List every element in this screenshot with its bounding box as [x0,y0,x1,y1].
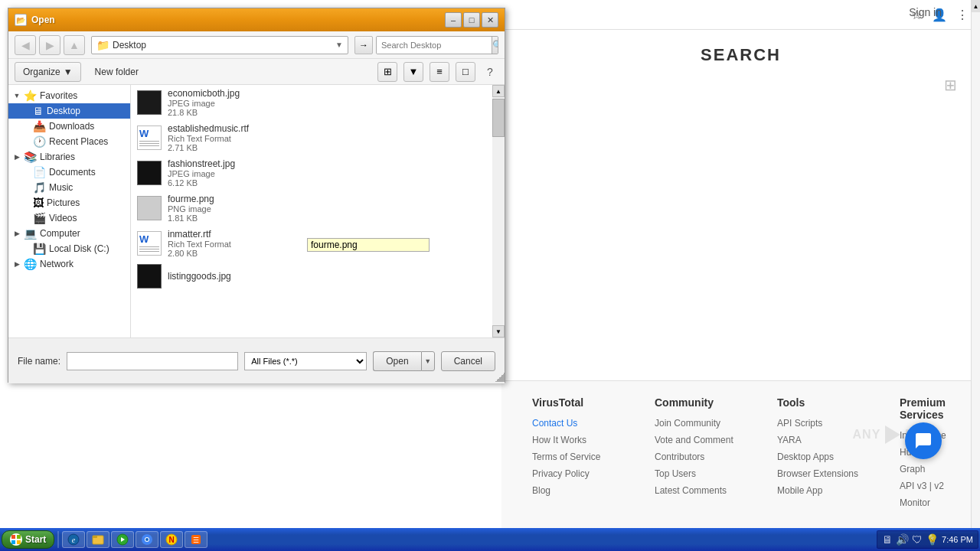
search-input[interactable] [377,37,492,54]
footer-link-mobile-app[interactable]: Mobile App [777,484,869,497]
location-bar[interactable]: 📁 Desktop ▼ [91,36,348,54]
footer-link-how-it-works[interactable]: How It Works [532,433,624,447]
file-type-1: JPEG image [168,99,498,108]
help-button[interactable]: ? [482,64,498,80]
taskbar-media-button[interactable] [111,531,134,548]
nav-item-desktop[interactable]: 🖥 Desktop [8,103,130,119]
details-view-button[interactable]: ≡ [430,62,449,82]
taskbar-extra-button[interactable]: ☰ [185,531,207,548]
cancel-button[interactable]: Cancel [441,351,495,371]
svg-rect-0 [11,535,15,539]
up-button[interactable]: ▲ [64,35,85,55]
file-item-3[interactable]: fashionstreet.jpg JPEG image 6.12 KB [131,155,505,191]
taskbar-explorer-button[interactable] [87,531,109,548]
view-dropdown-button[interactable]: ▼ [403,62,423,82]
taskbar-chrome-button[interactable] [136,531,158,548]
nav-item-local-disk[interactable]: 💾 Local Disk (C:) [8,241,130,256]
file-info-4: fourme.png PNG image 1.81 KB [168,194,498,223]
footer-link-browser-extensions[interactable]: Browser Extensions [777,467,869,481]
file-item-4[interactable]: fourme.png PNG image 1.81 KB [131,191,505,226]
nav-item-recent[interactable]: 🕐 Recent Places [8,134,130,149]
file-item-2[interactable]: W establishedmusic.rtf Rich Text Format … [131,120,505,155]
file-thumb-6 [137,264,162,289]
videos-label: Videos [49,213,77,223]
footer-link-top-users[interactable]: Top Users [655,467,746,481]
footer-link-join-community[interactable]: Join Community [655,416,746,430]
footer-link-monitor[interactable]: Monitor [900,496,980,510]
taskbar-norton-button[interactable]: N [160,531,183,548]
nav-item-music[interactable]: 🎵 Music [8,180,130,195]
footer-link-latest-comments[interactable]: Latest Comments [655,484,746,497]
file-item-1[interactable]: economicboth.jpg JPEG image 21.8 KB [131,85,505,120]
dialog-title-bar[interactable]: 📂 Open – □ ✕ [8,8,505,31]
new-folder-button[interactable]: New folder [87,62,146,82]
menu-icon[interactable]: ⋮ [954,6,971,23]
svg-rect-7 [93,536,97,538]
rename-input[interactable] [307,238,430,252]
nav-item-videos[interactable]: 🎬 Videos [8,210,130,226]
minimize-button[interactable]: – [445,12,462,28]
nav-item-pictures[interactable]: 🖼 Pictures [8,195,130,210]
music-icon: 🎵 [33,181,46,194]
file-item-6[interactable]: listinggoods.jpg [131,261,505,292]
grid-view-icon[interactable]: ⊞ [944,76,957,94]
start-button[interactable]: Start [2,530,54,549]
footer-link-privacy[interactable]: Privacy Policy [532,467,624,481]
footer-link-graph[interactable]: Graph [900,462,980,476]
taskbar-sep-1 [57,531,59,548]
scroll-up[interactable]: ▲ [972,0,980,12]
footer-link-terms[interactable]: Terms of Service [532,450,624,464]
open-dropdown-arrow[interactable]: ▼ [421,351,435,371]
search-button[interactable]: 🔍 [492,37,498,54]
nav-item-downloads[interactable]: 📥 Downloads [8,119,130,134]
go-button[interactable]: → [354,36,373,54]
svg-text:☰: ☰ [193,536,199,544]
filetype-select[interactable]: All Files (*.*) [244,352,367,370]
file-scroll-thumb[interactable] [492,99,505,137]
file-list-scrollbar[interactable]: ▲ ▼ [492,85,505,337]
taskbar-ie-button[interactable]: e [62,531,85,548]
close-button[interactable]: ✕ [482,12,498,28]
resize-handle[interactable] [495,373,505,382]
tray-update-icon: 💡 [926,533,939,546]
nav-network-section[interactable]: ▶ 🌐 Network [8,256,130,272]
desktop-label: Desktop [47,106,80,116]
view-options-button[interactable]: ⊞ [377,62,397,82]
nav-favorites-section[interactable]: ▼ ⭐ Favorites [8,88,130,103]
footer-link-desktop-apps[interactable]: Desktop Apps [777,450,869,464]
svg-text:N: N [169,536,175,544]
page-scrollbar[interactable]: ▲ ▼ [971,0,980,551]
file-scroll-down[interactable]: ▼ [492,325,505,337]
footer-link-vote-comment[interactable]: Vote and Comment [655,433,746,447]
location-dropdown-arrow[interactable]: ▼ [335,41,343,49]
search-header: SEARCH [501,30,980,73]
nav-libraries-section[interactable]: ▶ 📚 Libraries [8,149,130,165]
footer-link-blog[interactable]: Blog [532,484,624,497]
tray-volume-icon: 🔊 [896,533,909,546]
sign-in-button[interactable]: Sign in [909,6,942,18]
open-button[interactable]: Open [373,351,420,371]
restore-button[interactable]: □ [463,12,480,28]
expand-computer-icon: ▶ [11,228,22,239]
network-icon: 🌐 [24,258,37,270]
nav-item-documents[interactable]: 📄 Documents [8,165,130,180]
file-list: economicboth.jpg JPEG image 21.8 KB W [131,85,505,337]
search-bar[interactable]: 🔍 [376,36,498,54]
footer-link-contributors[interactable]: Contributors [655,450,746,464]
organize-button[interactable]: Organize ▼ [15,62,81,82]
dialog-overlay: 📂 Open – □ ✕ ◀ ▶ ▲ 📁 Desktop ▼ → 🔍 [0,0,505,383]
filename-input[interactable] [67,352,238,370]
footer-link-api-v3[interactable]: API v3 | v2 [900,479,980,493]
preview-button[interactable]: □ [456,62,475,82]
file-scroll-up[interactable]: ▲ [492,85,505,97]
footer-link-contact-us[interactable]: Contact Us [532,416,624,430]
nav-computer-section[interactable]: ▶ 💻 Computer [8,226,130,241]
chat-bubble-button[interactable] [905,422,942,459]
taskbar-tray: 🖥 🔊 🛡 💡 7:46 PM [877,530,978,549]
file-size-3: 6.12 KB [168,178,498,187]
file-thumb-1 [137,90,162,115]
expand-favorites-icon: ▼ [11,90,22,101]
forward-button[interactable]: ▶ [39,35,60,55]
svg-rect-1 [17,535,21,539]
back-button[interactable]: ◀ [15,35,36,55]
